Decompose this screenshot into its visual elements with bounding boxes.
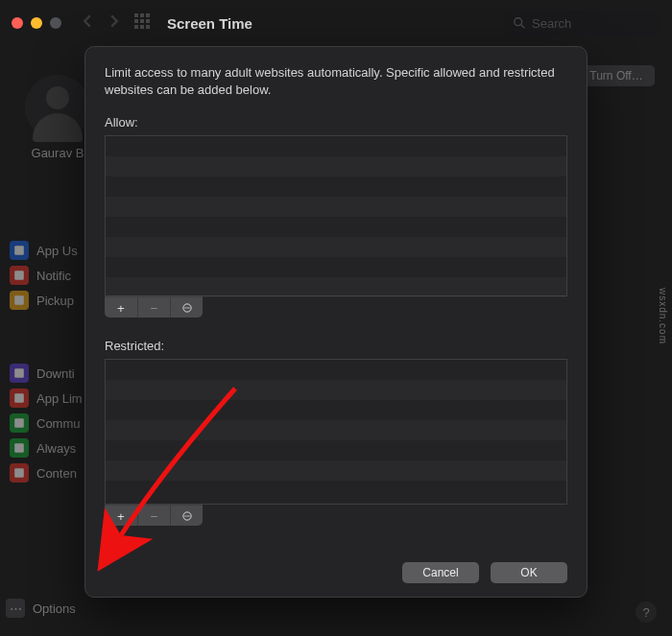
svg-rect-2 [146, 13, 150, 17]
avatar [25, 75, 90, 140]
hand-icon [10, 291, 29, 310]
svg-rect-0 [134, 13, 138, 17]
turn-off-button[interactable]: Turn Off… [578, 65, 655, 86]
search-icon [513, 16, 526, 30]
restricted-list-controls: + − [105, 505, 203, 526]
bars-icon [10, 241, 29, 260]
back-button[interactable] [81, 14, 94, 32]
svg-rect-17 [14, 443, 24, 453]
cancel-button[interactable]: Cancel [402, 562, 479, 583]
svg-point-22 [188, 307, 189, 308]
window-controls [12, 17, 61, 29]
search-input[interactable]: Search [505, 10, 659, 36]
svg-rect-1 [140, 13, 144, 17]
allow-list-controls: + − [105, 296, 203, 318]
svg-rect-13 [14, 295, 24, 305]
svg-rect-18 [14, 468, 24, 478]
svg-rect-11 [14, 246, 24, 255]
moon-icon [10, 364, 29, 383]
sidebar-item-label: Options [33, 601, 76, 616]
svg-point-26 [188, 515, 189, 516]
svg-rect-6 [134, 25, 138, 29]
svg-rect-3 [134, 19, 138, 23]
minimize-window-button[interactable] [31, 17, 42, 29]
svg-line-10 [521, 25, 525, 29]
user-name: Gaurav B [25, 146, 90, 160]
no-icon [10, 463, 29, 483]
sidebar-item-label: Always [36, 441, 76, 456]
sheet-description: Limit access to many adult websites auto… [105, 64, 567, 98]
sidebar-item-label: Notific [36, 269, 71, 283]
svg-point-24 [184, 515, 185, 516]
ok-button[interactable]: OK [491, 562, 567, 583]
chat-icon [10, 413, 29, 433]
sidebar-item-options[interactable]: ⋯ Options [6, 599, 76, 618]
allow-label: Allow: [105, 115, 567, 130]
svg-point-25 [186, 515, 187, 516]
check-icon [10, 438, 29, 458]
svg-rect-4 [140, 19, 144, 23]
search-placeholder: Search [532, 16, 571, 31]
svg-point-20 [184, 307, 185, 308]
restricted-label: Restricted: [105, 339, 567, 353]
sidebar-item-label: App Lim [36, 391, 83, 406]
website-limits-sheet: Limit access to many adult websites auto… [84, 46, 588, 598]
restricted-more-button[interactable] [170, 506, 203, 526]
svg-rect-12 [14, 271, 24, 280]
sidebar-item-label: Commu [36, 416, 81, 431]
ellipsis-icon: ⋯ [6, 599, 25, 618]
zoom-window-button[interactable] [50, 17, 61, 29]
sidebar-item-label: Pickup [36, 294, 74, 308]
app-grid-icon[interactable] [134, 13, 150, 33]
restricted-add-button[interactable]: + [105, 506, 137, 526]
restricted-remove-button[interactable]: − [137, 506, 170, 526]
bell-icon [10, 266, 29, 285]
svg-rect-5 [146, 19, 150, 23]
svg-rect-15 [14, 393, 24, 403]
svg-rect-8 [146, 25, 150, 29]
forward-button[interactable] [108, 14, 121, 32]
allow-more-button[interactable] [170, 297, 203, 318]
svg-rect-14 [14, 368, 24, 378]
restricted-list[interactable] [105, 359, 567, 505]
watermark: wsxdn.com [658, 288, 668, 344]
allow-add-button[interactable]: + [105, 297, 137, 318]
svg-point-9 [515, 18, 522, 26]
svg-rect-7 [140, 25, 144, 29]
hourglass-icon [10, 389, 29, 408]
sidebar-item-label: App Us [36, 244, 78, 258]
close-window-button[interactable] [12, 17, 23, 29]
allow-remove-button[interactable]: − [137, 297, 170, 318]
svg-point-21 [186, 307, 187, 308]
sidebar-item-label: Conten [36, 466, 77, 481]
user-block: Gaurav B [25, 75, 90, 160]
help-button[interactable]: ? [636, 601, 657, 623]
page-title: Screen Time [167, 15, 252, 32]
sidebar-item-label: Downti [36, 366, 75, 381]
allow-list[interactable] [105, 135, 567, 296]
svg-rect-16 [14, 418, 24, 428]
